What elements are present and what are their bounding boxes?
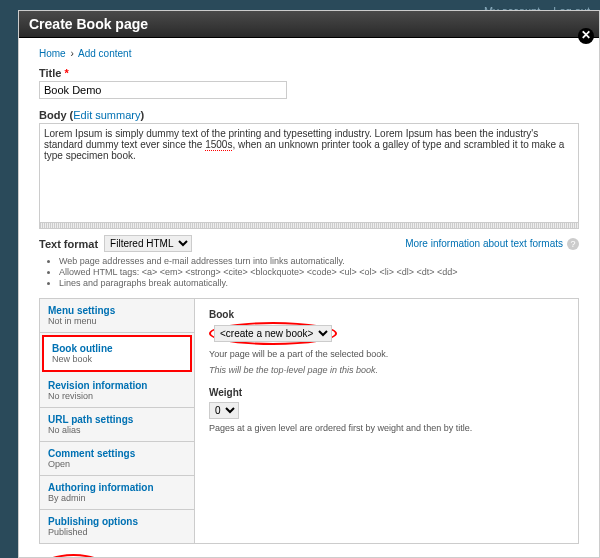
weight-select[interactable]: 0 [209, 402, 239, 419]
breadcrumb-add[interactable]: Add content [78, 48, 131, 59]
breadcrumb: Home › Add content [39, 48, 579, 59]
required-asterisk: * [64, 67, 68, 79]
breadcrumb-home[interactable]: Home [39, 48, 66, 59]
title-label: Title * [39, 67, 579, 79]
textarea-grippie[interactable] [39, 223, 579, 229]
weight-label: Weight [209, 387, 564, 398]
text-format-label: Text format [39, 238, 98, 250]
format-hints: Web page addresses and e-mail addresses … [39, 256, 579, 288]
tab-book-outline[interactable]: Book outline New book [42, 335, 192, 372]
book-select[interactable]: <create a new book> [214, 325, 332, 342]
breadcrumb-sep: › [70, 48, 73, 59]
hint-item: Allowed HTML tags: <a> <em> <strong> <ci… [59, 267, 579, 277]
tab-url-path[interactable]: URL path settings No alias [40, 408, 194, 442]
book-label: Book [209, 309, 564, 320]
book-note: This will be the top-level page in this … [209, 365, 564, 375]
edit-summary-link[interactable]: Edit summary [73, 109, 140, 121]
title-input[interactable] [39, 81, 287, 99]
tab-content: Book <create a new book> Your page will … [195, 299, 578, 543]
book-desc: Your page will be a part of the selected… [209, 349, 564, 359]
tab-revision-info[interactable]: Revision information No revision [40, 374, 194, 408]
hint-item: Lines and paragraphs break automatically… [59, 278, 579, 288]
tab-menu-settings[interactable]: Menu settings Not in menu [40, 299, 194, 333]
close-icon[interactable]: ✕ [578, 28, 594, 44]
body-label: Body (Edit summary) [39, 109, 579, 121]
weight-desc: Pages at a given level are ordered first… [209, 423, 564, 433]
highlight-oval-save: Save [39, 554, 108, 558]
tab-comment-settings[interactable]: Comment settings Open [40, 442, 194, 476]
vertical-tabs: Menu settings Not in menu Book outline N… [39, 298, 579, 544]
modal-dialog: Create Book page Home › Add content Titl… [18, 10, 600, 558]
hint-item: Web page addresses and e-mail addresses … [59, 256, 579, 266]
help-icon[interactable]: ? [567, 238, 579, 250]
modal-title: Create Book page [19, 11, 599, 38]
text-format-select[interactable]: Filtered HTML [104, 235, 192, 252]
tab-publishing-options[interactable]: Publishing options Published [40, 510, 194, 543]
form-actions: Save Preview [39, 554, 579, 558]
body-textarea[interactable]: Lorem Ipsum is simply dummy text of the … [39, 123, 579, 223]
text-format-info-link[interactable]: More information about text formats [405, 238, 563, 249]
highlight-oval: <create a new book> [209, 322, 337, 345]
tab-authoring-info[interactable]: Authoring information By admin [40, 476, 194, 510]
